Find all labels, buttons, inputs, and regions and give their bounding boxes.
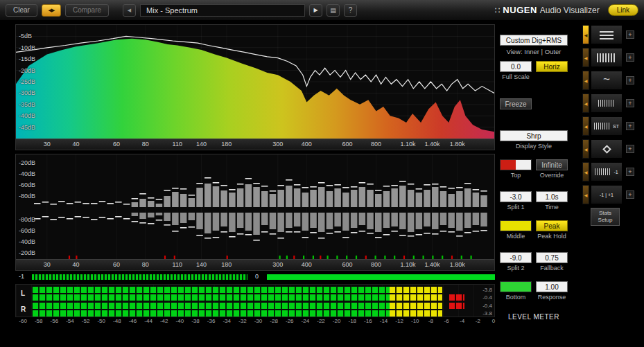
view-title-field[interactable]: Mix - Spectrum — [140, 4, 305, 17]
db-axis-label: -40dB — [19, 239, 35, 245]
meter-channel-bar — [33, 287, 479, 293]
preset-prev-button[interactable]: ◀ — [582, 25, 589, 44]
preset-prev-button[interactable]: ◀ — [582, 71, 589, 90]
meter-scale-label: -48 — [113, 319, 121, 324]
bars-icon — [597, 53, 616, 62]
freq-tick-label: 180 — [221, 141, 232, 148]
view-list-button[interactable]: ▤ — [327, 4, 340, 17]
freq-tick-label: 180 — [221, 262, 232, 268]
preset-add-button[interactable]: + — [626, 168, 634, 176]
freq-tick-label: 140 — [196, 262, 207, 268]
preset-prev-button[interactable]: ◀ — [582, 48, 589, 67]
preset-thumbnail-button[interactable] — [591, 71, 623, 90]
play-button[interactable]: ▶ — [309, 4, 322, 17]
response-value-field[interactable]: 1.00 — [536, 281, 568, 292]
meter-green-segments — [33, 294, 390, 301]
analysis-preset-select[interactable]: Custom Dig+RMS — [500, 35, 568, 46]
freq-tick-label: 1.40k — [424, 141, 440, 148]
meter-scale-label: -34 — [223, 319, 231, 324]
meter-scale-label: -42 — [160, 319, 168, 324]
histogram-plot — [16, 154, 494, 260]
horiz-toggle-button[interactable]: Horiz — [536, 61, 568, 72]
preset-prev-button[interactable]: ◀ — [582, 139, 589, 159]
compare-button[interactable]: Compare — [65, 4, 109, 17]
meter-yellow-segments — [390, 310, 442, 317]
preset-add-button[interactable]: + — [626, 122, 634, 130]
meter-green-segments — [33, 303, 390, 309]
meter-green-segments — [33, 310, 390, 317]
previous-preset-button[interactable]: ◀ — [123, 4, 136, 17]
preset-prev-button[interactable]: ◀ — [582, 162, 589, 181]
meter-scale-label: -60 — [19, 319, 27, 324]
bottom-color-swatch[interactable] — [500, 281, 532, 292]
level-meter-caption: LEVEL METER — [508, 313, 559, 321]
freeze-button[interactable]: Freeze — [500, 98, 532, 109]
spectrum-display[interactable]: 304060801101401803004006008001.10k1.40k1… — [15, 24, 495, 150]
split2-caption: Split 2 — [500, 265, 532, 272]
preset-thumbnail-button[interactable] — [591, 48, 623, 67]
preset-add-button[interactable]: + — [626, 30, 634, 39]
preset-thumbnail-button[interactable] — [591, 139, 623, 159]
db-axis-label: -30dB — [19, 90, 35, 96]
preset-thumb-label: -1 — [613, 170, 618, 175]
preset-prev-button[interactable]: ◀ — [582, 116, 589, 136]
swap-ab-button[interactable]: ◀▶ — [42, 4, 61, 17]
meter-yellow-segments — [390, 303, 442, 309]
preset-thumb-label: -1 | +1 — [600, 193, 613, 197]
meter-scale-label: -56 — [51, 319, 59, 324]
correlation-bar-left — [32, 274, 247, 280]
preset-thumbnail-button[interactable] — [591, 94, 623, 113]
preset-add-button[interactable]: + — [626, 53, 634, 62]
clear-button[interactable]: Clear — [6, 4, 37, 17]
help-button[interactable]: ? — [344, 4, 357, 17]
preset-thumbnail-button[interactable]: -1 — [591, 162, 623, 181]
meter-scale-label: -50 — [97, 319, 105, 324]
preset-add-button[interactable]: + — [626, 145, 634, 153]
link-button[interactable]: Link — [608, 4, 638, 16]
preset-thumbnail-button[interactable]: -1 | +1 — [591, 185, 623, 204]
time-value-field[interactable]: 1.0s — [536, 191, 568, 202]
wave-icon — [600, 75, 613, 85]
diamond-icon — [602, 145, 611, 154]
stats-setup-button[interactable]: Stats Setup — [591, 208, 620, 226]
frequency-axis: 304060801101401803004006008001.10k1.40k1… — [16, 259, 494, 270]
meter-scale-label: -22 — [317, 319, 325, 324]
preset-prev-button[interactable]: ◀ — [582, 94, 589, 113]
preset-thumb-label: ST — [613, 124, 619, 129]
fallback-value-field[interactable]: 0.75 — [536, 252, 568, 263]
correlation-bar-right — [267, 274, 495, 280]
left-right-arrows-icon: ◀▶ — [49, 8, 55, 13]
top-color-swatch[interactable] — [500, 159, 532, 170]
peak-hold-button[interactable]: Peak — [536, 220, 568, 231]
middle-color-swatch[interactable] — [500, 220, 532, 231]
meter-scale-label: -32 — [238, 319, 247, 324]
full-scale-value-field[interactable]: 0.0 — [500, 61, 532, 72]
peak-hold-caption: Peak Hold — [536, 233, 568, 240]
split2-value-field[interactable]: -9.0 — [500, 252, 532, 263]
top-caption: Top — [500, 172, 532, 179]
freq-tick-label: 1.10k — [401, 141, 416, 148]
preset-add-button[interactable]: + — [626, 190, 634, 199]
view-mode-label: View: Inner | Outer — [507, 48, 562, 55]
preset-thumbnail-button[interactable] — [591, 25, 623, 44]
histogram-display[interactable]: 304060801101401803004006008001.10k1.40k1… — [15, 154, 495, 271]
preset-add-button[interactable]: + — [626, 99, 634, 107]
preset-thumbnail-button[interactable]: ST — [591, 116, 623, 136]
override-button[interactable]: Infinite — [536, 159, 568, 170]
freq-tick-label: 400 — [302, 262, 312, 268]
freq-tick-label: 1.80k — [450, 262, 465, 268]
db-axis-label: -15dB — [19, 56, 35, 62]
db-axis-label: -60dB — [19, 228, 35, 234]
preset-add-button[interactable]: + — [626, 76, 634, 84]
db-axis-label: -25dB — [19, 79, 35, 85]
display-style-select[interactable]: Shrp — [500, 130, 568, 141]
split1-value-field[interactable]: -3.0 — [500, 191, 532, 202]
preset-prev-button[interactable]: ◀ — [582, 185, 589, 204]
meter-scale-label: -30 — [254, 319, 263, 324]
freq-tick-label: 80 — [142, 262, 149, 268]
freq-tick-label: 60 — [113, 262, 120, 268]
meter-scale-label: -18 — [348, 319, 356, 324]
preset-row: ◀+ — [582, 139, 643, 159]
meter-scale-label: -10 — [411, 319, 419, 324]
freq-tick-label: 600 — [342, 262, 352, 268]
